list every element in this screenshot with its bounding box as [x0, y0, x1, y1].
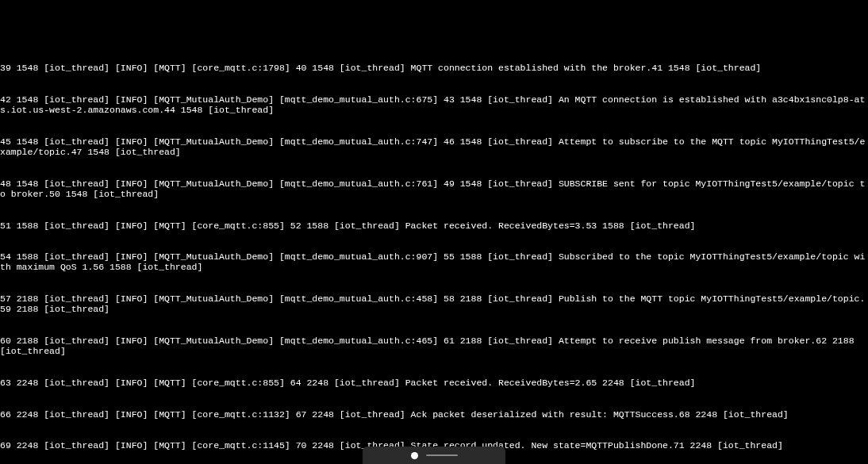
log-line: 51 1588 [iot_thread] [INFO] [MQTT] [core…: [0, 220, 868, 231]
log-line: 57 2188 [iot_thread] [INFO] [MQTT_Mutual…: [0, 293, 868, 314]
log-line: 66 2248 [iot_thread] [INFO] [MQTT] [core…: [0, 409, 868, 420]
log-line: 42 1548 [iot_thread] [INFO] [MQTT_Mutual…: [0, 94, 868, 115]
log-line: 63 2248 [iot_thread] [INFO] [MQTT] [core…: [0, 378, 868, 388]
log-line: 60 2188 [iot_thread] [INFO] [MQTT_Mutual…: [0, 336, 868, 356]
log-line: 39 1548 [iot_thread] [INFO] [MQTT] [core…: [0, 63, 868, 73]
log-line: 45 1548 [iot_thread] [INFO] [MQTT_Mutual…: [0, 136, 868, 157]
terminal-output[interactable]: 39 1548 [iot_thread] [INFO] [MQTT] [core…: [0, 42, 868, 464]
bottom-control-bar[interactable]: [363, 447, 505, 464]
log-line: 54 1588 [iot_thread] [INFO] [MQTT_Mutual…: [0, 251, 868, 272]
record-icon[interactable]: [411, 452, 418, 459]
handle-icon[interactable]: [426, 454, 458, 456]
log-line: 48 1548 [iot_thread] [INFO] [MQTT_Mutual…: [0, 178, 868, 199]
